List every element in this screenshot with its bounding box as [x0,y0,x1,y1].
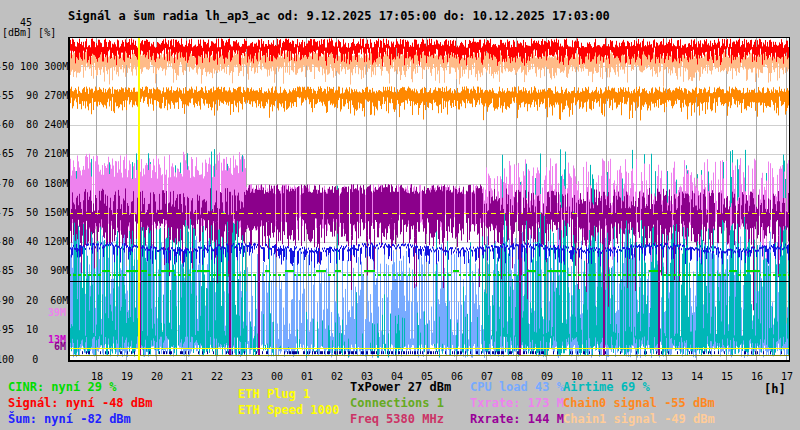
legend-item: Freq 5380 MHz [350,411,444,427]
legend-item: Chain0 signal -55 dBm [563,395,715,411]
x-axis-hour-label: 23 [241,371,253,382]
x-axis-unit-label: [h] [764,382,786,396]
y-axis-tick-label: -75 50 150M [0,208,66,218]
x-axis-hour-label: 06 [451,371,463,382]
y-axis-tick-label: -65 70 210M [0,149,66,159]
y-axis-rate-mark: 39M [0,308,66,318]
x-axis-hour-label: 22 [211,371,223,382]
legend-item: Rxrate: 144 M [470,411,564,427]
x-axis-hour-label: 01 [301,371,313,382]
legend-item: TxPower 27 dBm [350,379,451,395]
y-axis-tick-label: -55 90 270M [0,91,66,101]
x-axis-hour-label: 19 [121,371,133,382]
legend-item: Signál: nyní -48 dBm [8,395,153,411]
legend-item: Connections 1 [350,395,444,411]
y-axis-tick-label: -70 60 180M [0,179,66,189]
y-axis-unit-label: [dBm] [%] [2,27,56,38]
graph-page: Signál a šum radia lh_ap3_ac od: 9.12.20… [0,0,800,430]
legend-item: Šum: nyní -82 dBm [8,411,131,427]
y-axis-tick-label: -50 100 300M [0,62,66,72]
signal-noise-chart-canvas [68,37,790,362]
legend-item: Chain1 signal -49 dBm [563,411,715,427]
x-axis-hour-label: 13 [661,371,673,382]
x-axis-hour-label: 21 [181,371,193,382]
x-axis-hour-label: 02 [331,371,343,382]
y-axis-rate-mark: 6M [0,342,66,352]
legend-item: CPU load 43 % [470,379,564,395]
legend-item: Txrate: 173 M [470,395,564,411]
x-axis-hour-label: 15 [721,371,733,382]
legend-item: CINR: nyní 29 % [8,379,116,395]
y-axis-tick-label: -90 20 60M [0,296,66,306]
x-axis-hour-label: 14 [691,371,703,382]
legend-item: ETH Speed 1000 [238,402,339,418]
chart-title: Signál a šum radia lh_ap3_ac od: 9.12.20… [68,9,610,23]
y-axis-tick-label: -80 40 120M [0,237,66,247]
x-axis-hour-label: 16 [751,371,763,382]
legend-item: Airtime 69 % [563,379,650,395]
legend-item: ETH Plug 1 [238,386,310,402]
x-axis-hour-label: 17 [781,371,793,382]
x-axis-hour-label: 20 [151,371,163,382]
y-axis-tick-label: -100 0 [0,355,66,365]
y-axis-tick-label: -85 30 90M [0,266,66,276]
y-axis-tick-label: -60 80 240M [0,120,66,130]
x-axis-hour-label: 00 [271,371,283,382]
